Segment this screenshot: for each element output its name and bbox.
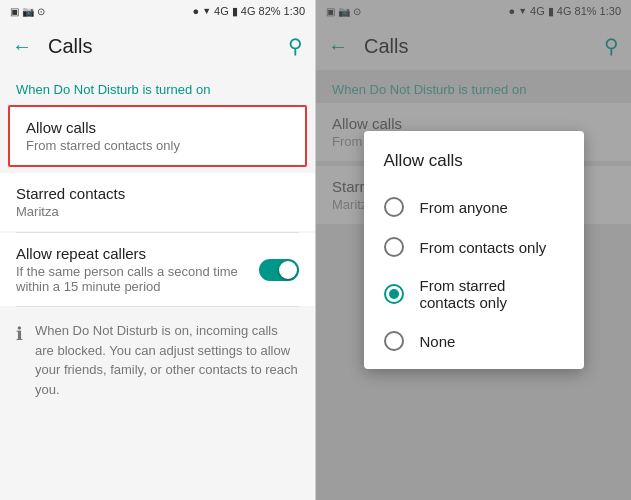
- right-panel: ▣ 📷 ⊙ ● ▼ 4G ▮ 4G 81% 1:30 ← Calls ⚲ Whe…: [316, 0, 631, 500]
- dialog-option-none[interactable]: None: [364, 321, 584, 361]
- info-box: ℹ When Do Not Disturb is on, incoming ca…: [0, 309, 315, 411]
- allow-repeat-item[interactable]: Allow repeat callers If the same person …: [0, 233, 315, 306]
- dialog-option-anyone[interactable]: From anyone: [364, 187, 584, 227]
- radio-none[interactable]: [384, 331, 404, 351]
- repeat-subtitle: If the same person calls a second time w…: [16, 264, 247, 294]
- signal-bars: 4G: [214, 5, 229, 17]
- page-title: Calls: [48, 35, 288, 58]
- allow-calls-title: Allow calls: [26, 119, 289, 136]
- option-none-label: None: [420, 333, 456, 350]
- signal-icon: ●: [193, 5, 200, 17]
- allow-calls-dialog: Allow calls From anyone From contacts on…: [364, 131, 584, 369]
- left-toolbar: ← Calls ⚲: [0, 22, 315, 70]
- radio-starred[interactable]: [384, 284, 404, 304]
- radio-starred-fill: [389, 289, 399, 299]
- left-status-bar: ▣ 📷 ⊙ ● ▼ 4G ▮ 4G 82% 1:30: [0, 0, 315, 22]
- info-icon: ℹ: [16, 323, 23, 399]
- repeat-text-block: Allow repeat callers If the same person …: [16, 245, 259, 294]
- allow-calls-item[interactable]: Allow calls From starred contacts only: [8, 105, 307, 167]
- dialog-option-starred[interactable]: From starred contacts only: [364, 267, 584, 321]
- option-anyone-label: From anyone: [420, 199, 508, 216]
- divider-2: [16, 306, 299, 307]
- starred-contacts-item[interactable]: Starred contacts Maritza: [0, 173, 315, 231]
- allow-calls-subtitle: From starred contacts only: [26, 138, 289, 153]
- dnd-section-header: When Do Not Disturb is turned on: [0, 70, 315, 103]
- search-button[interactable]: ⚲: [288, 34, 303, 58]
- status-left-icons: ▣ 📷 ⊙: [10, 6, 45, 17]
- status-right-info: ● ▼ 4G ▮ 4G 82% 1:30: [193, 5, 305, 18]
- battery-icon: ▮: [232, 5, 238, 18]
- radio-contacts[interactable]: [384, 237, 404, 257]
- dialog-title: Allow calls: [364, 151, 584, 187]
- repeat-title: Allow repeat callers: [16, 245, 247, 262]
- starred-contacts-subtitle: Maritza: [16, 204, 299, 219]
- dialog-option-contacts[interactable]: From contacts only: [364, 227, 584, 267]
- starred-contacts-title: Starred contacts: [16, 185, 299, 202]
- back-button[interactable]: ←: [12, 35, 32, 58]
- network-icon: ▼: [202, 6, 211, 16]
- repeat-toggle[interactable]: [259, 259, 299, 281]
- radio-anyone[interactable]: [384, 197, 404, 217]
- notification-icons: ▣ 📷 ⊙: [10, 6, 45, 17]
- battery-percent: 4G 82% 1:30: [241, 5, 305, 17]
- info-text: When Do Not Disturb is on, incoming call…: [35, 321, 299, 399]
- option-contacts-label: From contacts only: [420, 239, 547, 256]
- option-starred-label: From starred contacts only: [420, 277, 564, 311]
- left-panel: ▣ 📷 ⊙ ● ▼ 4G ▮ 4G 82% 1:30 ← Calls ⚲ Whe…: [0, 0, 315, 500]
- left-content: When Do Not Disturb is turned on Allow c…: [0, 70, 315, 500]
- dialog-overlay: Allow calls From anyone From contacts on…: [316, 0, 631, 500]
